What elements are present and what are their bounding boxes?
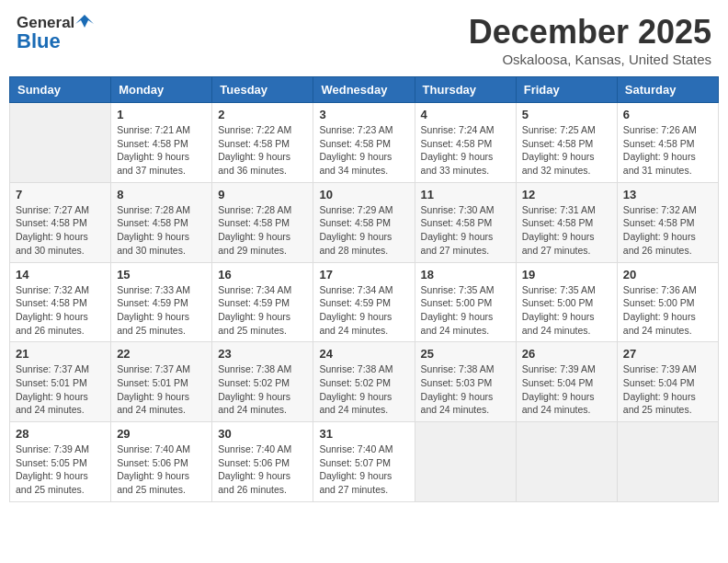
- calendar-cell: 7Sunrise: 7:27 AM Sunset: 4:58 PM Daylig…: [10, 182, 111, 262]
- calendar-cell: 15Sunrise: 7:33 AM Sunset: 4:59 PM Dayli…: [111, 262, 212, 342]
- calendar-header-row: SundayMondayTuesdayWednesdayThursdayFrid…: [10, 77, 719, 103]
- day-number: 29: [117, 427, 206, 441]
- day-number: 17: [319, 268, 408, 282]
- day-number: 24: [319, 347, 408, 361]
- header-wednesday: Wednesday: [313, 77, 415, 103]
- calendar-cell: 20Sunrise: 7:36 AM Sunset: 5:00 PM Dayli…: [617, 262, 718, 342]
- logo-general-text: General: [17, 15, 74, 30]
- calendar-cell: 28Sunrise: 7:39 AM Sunset: 5:05 PM Dayli…: [10, 422, 111, 502]
- logo-bird-icon: [75, 13, 94, 31]
- calendar-cell: 31Sunrise: 7:40 AM Sunset: 5:07 PM Dayli…: [313, 422, 415, 502]
- day-number: 8: [117, 188, 206, 201]
- day-number: 9: [218, 188, 307, 201]
- day-number: 14: [16, 268, 105, 282]
- day-info: Sunrise: 7:35 AM Sunset: 5:00 PM Dayligh…: [421, 283, 510, 338]
- day-number: 18: [421, 268, 510, 282]
- day-info: Sunrise: 7:39 AM Sunset: 5:05 PM Dayligh…: [16, 442, 105, 497]
- day-number: 21: [16, 347, 105, 361]
- week-row-5: 28Sunrise: 7:39 AM Sunset: 5:05 PM Dayli…: [10, 422, 719, 502]
- day-info: Sunrise: 7:38 AM Sunset: 5:03 PM Dayligh…: [421, 362, 510, 417]
- day-number: 20: [623, 268, 712, 282]
- header-saturday: Saturday: [617, 77, 718, 103]
- day-number: 27: [623, 347, 712, 361]
- day-number: 5: [522, 108, 611, 121]
- week-row-2: 7Sunrise: 7:27 AM Sunset: 4:58 PM Daylig…: [10, 182, 719, 262]
- svg-marker-0: [75, 15, 94, 28]
- calendar-cell: 25Sunrise: 7:38 AM Sunset: 5:03 PM Dayli…: [415, 342, 516, 422]
- header-thursday: Thursday: [415, 77, 516, 103]
- day-info: Sunrise: 7:33 AM Sunset: 4:59 PM Dayligh…: [117, 283, 206, 338]
- day-info: Sunrise: 7:40 AM Sunset: 5:07 PM Dayligh…: [319, 442, 408, 497]
- day-number: 16: [218, 268, 307, 282]
- day-number: 7: [16, 188, 105, 201]
- day-number: 23: [218, 347, 307, 361]
- day-number: 31: [319, 427, 408, 441]
- day-number: 3: [319, 108, 408, 121]
- calendar-cell: 19Sunrise: 7:35 AM Sunset: 5:00 PM Dayli…: [516, 262, 617, 342]
- calendar-cell: 4Sunrise: 7:24 AM Sunset: 4:58 PM Daylig…: [415, 103, 516, 183]
- calendar-cell: 2Sunrise: 7:22 AM Sunset: 4:58 PM Daylig…: [212, 103, 313, 183]
- month-title: December 2025: [469, 13, 711, 52]
- day-info: Sunrise: 7:21 AM Sunset: 4:58 PM Dayligh…: [117, 123, 206, 178]
- day-number: 13: [623, 188, 712, 201]
- calendar-body: 1Sunrise: 7:21 AM Sunset: 4:58 PM Daylig…: [10, 103, 719, 502]
- calendar-cell: 21Sunrise: 7:37 AM Sunset: 5:01 PM Dayli…: [10, 342, 111, 422]
- page-header: General Blue December 2025 Oskaloosa, Ka…: [9, 9, 719, 71]
- calendar-cell: 8Sunrise: 7:28 AM Sunset: 4:58 PM Daylig…: [111, 182, 212, 262]
- day-info: Sunrise: 7:40 AM Sunset: 5:06 PM Dayligh…: [218, 442, 307, 497]
- calendar-cell: 9Sunrise: 7:28 AM Sunset: 4:58 PM Daylig…: [212, 182, 313, 262]
- day-info: Sunrise: 7:38 AM Sunset: 5:02 PM Dayligh…: [218, 362, 307, 417]
- calendar-cell: 30Sunrise: 7:40 AM Sunset: 5:06 PM Dayli…: [212, 422, 313, 502]
- calendar-cell: [10, 103, 111, 183]
- calendar-cell: 14Sunrise: 7:32 AM Sunset: 4:58 PM Dayli…: [10, 262, 111, 342]
- day-info: Sunrise: 7:27 AM Sunset: 4:58 PM Dayligh…: [16, 203, 105, 258]
- calendar-cell: 22Sunrise: 7:37 AM Sunset: 5:01 PM Dayli…: [111, 342, 212, 422]
- day-number: 12: [522, 188, 611, 201]
- calendar-cell: 5Sunrise: 7:25 AM Sunset: 4:58 PM Daylig…: [516, 103, 617, 183]
- calendar-cell: [415, 422, 516, 502]
- calendar-cell: [516, 422, 617, 502]
- calendar-cell: 16Sunrise: 7:34 AM Sunset: 4:59 PM Dayli…: [212, 262, 313, 342]
- day-number: 2: [218, 108, 307, 121]
- day-info: Sunrise: 7:28 AM Sunset: 4:58 PM Dayligh…: [117, 203, 206, 258]
- day-number: 28: [16, 427, 105, 441]
- day-number: 10: [319, 188, 408, 201]
- week-row-4: 21Sunrise: 7:37 AM Sunset: 5:01 PM Dayli…: [10, 342, 719, 422]
- day-info: Sunrise: 7:40 AM Sunset: 5:06 PM Dayligh…: [117, 442, 206, 497]
- day-info: Sunrise: 7:37 AM Sunset: 5:01 PM Dayligh…: [117, 362, 206, 417]
- day-info: Sunrise: 7:34 AM Sunset: 4:59 PM Dayligh…: [319, 283, 408, 338]
- day-info: Sunrise: 7:29 AM Sunset: 4:58 PM Dayligh…: [319, 203, 408, 258]
- week-row-1: 1Sunrise: 7:21 AM Sunset: 4:58 PM Daylig…: [10, 103, 719, 183]
- calendar-cell: 29Sunrise: 7:40 AM Sunset: 5:06 PM Dayli…: [111, 422, 212, 502]
- day-info: Sunrise: 7:32 AM Sunset: 4:58 PM Dayligh…: [16, 283, 105, 338]
- day-info: Sunrise: 7:34 AM Sunset: 4:59 PM Dayligh…: [218, 283, 307, 338]
- day-info: Sunrise: 7:37 AM Sunset: 5:01 PM Dayligh…: [16, 362, 105, 417]
- calendar-cell: 13Sunrise: 7:32 AM Sunset: 4:58 PM Dayli…: [617, 182, 718, 262]
- day-info: Sunrise: 7:28 AM Sunset: 4:58 PM Dayligh…: [218, 203, 307, 258]
- location: Oskaloosa, Kansas, United States: [469, 52, 711, 67]
- day-number: 15: [117, 268, 206, 282]
- calendar-cell: 27Sunrise: 7:39 AM Sunset: 5:04 PM Dayli…: [617, 342, 718, 422]
- calendar-cell: 23Sunrise: 7:38 AM Sunset: 5:02 PM Dayli…: [212, 342, 313, 422]
- day-number: 26: [522, 347, 611, 361]
- logo: General Blue: [17, 13, 94, 53]
- day-number: 30: [218, 427, 307, 441]
- calendar-table: SundayMondayTuesdayWednesdayThursdayFrid…: [9, 76, 719, 502]
- day-info: Sunrise: 7:35 AM Sunset: 5:00 PM Dayligh…: [522, 283, 611, 338]
- calendar-cell: 24Sunrise: 7:38 AM Sunset: 5:02 PM Dayli…: [313, 342, 415, 422]
- calendar-cell: 17Sunrise: 7:34 AM Sunset: 4:59 PM Dayli…: [313, 262, 415, 342]
- calendar-cell: 1Sunrise: 7:21 AM Sunset: 4:58 PM Daylig…: [111, 103, 212, 183]
- title-section: December 2025 Oskaloosa, Kansas, United …: [469, 13, 711, 67]
- day-info: Sunrise: 7:30 AM Sunset: 4:58 PM Dayligh…: [421, 203, 510, 258]
- calendar-cell: 12Sunrise: 7:31 AM Sunset: 4:58 PM Dayli…: [516, 182, 617, 262]
- calendar-cell: 18Sunrise: 7:35 AM Sunset: 5:00 PM Dayli…: [415, 262, 516, 342]
- day-info: Sunrise: 7:39 AM Sunset: 5:04 PM Dayligh…: [522, 362, 611, 417]
- day-number: 1: [117, 108, 206, 121]
- day-number: 11: [421, 188, 510, 201]
- day-number: 4: [421, 108, 510, 121]
- header-tuesday: Tuesday: [212, 77, 313, 103]
- calendar-cell: 26Sunrise: 7:39 AM Sunset: 5:04 PM Dayli…: [516, 342, 617, 422]
- day-number: 6: [623, 108, 712, 121]
- calendar-cell: 10Sunrise: 7:29 AM Sunset: 4:58 PM Dayli…: [313, 182, 415, 262]
- day-info: Sunrise: 7:25 AM Sunset: 4:58 PM Dayligh…: [522, 123, 611, 178]
